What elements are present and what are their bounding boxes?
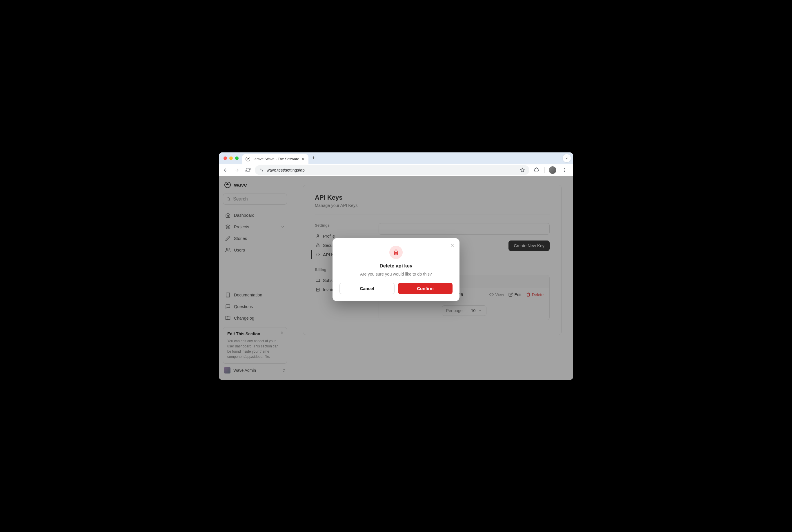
svg-point-3: [262, 170, 263, 171]
confirm-modal: Delete api key Are you sure you would li…: [332, 238, 460, 301]
forward-button[interactable]: [233, 166, 241, 174]
svg-point-5: [564, 168, 565, 169]
back-button[interactable]: [222, 166, 230, 174]
tab-title: Laravel Wave - The Software: [253, 157, 299, 161]
tab-search-button[interactable]: [563, 154, 571, 162]
svg-point-7: [564, 171, 565, 172]
cancel-button[interactable]: Cancel: [339, 283, 394, 294]
modal-close-button[interactable]: [449, 243, 455, 248]
star-icon[interactable]: [520, 168, 525, 172]
window-controls: [221, 156, 242, 160]
close-window-icon[interactable]: [223, 156, 227, 160]
browser-menu-icon[interactable]: [560, 166, 569, 174]
extensions-icon[interactable]: [532, 166, 540, 174]
svg-point-2: [261, 169, 261, 170]
svg-point-6: [564, 170, 565, 170]
url-text: wave.test/settings/api: [267, 168, 517, 172]
profile-avatar[interactable]: [549, 166, 556, 174]
confirm-button[interactable]: Confirm: [398, 283, 453, 294]
new-tab-button[interactable]: +: [309, 155, 318, 161]
svg-marker-4: [520, 168, 524, 172]
modal-body: Are you sure you would like to do this?: [339, 272, 453, 277]
site-settings-icon[interactable]: [259, 168, 264, 172]
browser-window: Ψ Laravel Wave - The Software ✕ + wave.t…: [219, 152, 573, 380]
maximize-window-icon[interactable]: [235, 156, 239, 160]
modal-title: Delete api key: [339, 263, 453, 269]
modal-icon: [389, 246, 403, 259]
browser-tab[interactable]: Ψ Laravel Wave - The Software ✕: [242, 154, 309, 164]
modal-overlay[interactable]: Delete api key Are you sure you would li…: [219, 176, 573, 380]
trash-icon: [393, 249, 399, 255]
reload-button[interactable]: [244, 166, 252, 174]
browser-toolbar: wave.test/settings/api: [219, 164, 573, 176]
minimize-window-icon[interactable]: [229, 156, 233, 160]
url-bar[interactable]: wave.test/settings/api: [255, 165, 529, 175]
close-icon: [449, 243, 455, 248]
browser-tabbar: Ψ Laravel Wave - The Software ✕ +: [219, 152, 573, 164]
favicon-icon: Ψ: [245, 157, 250, 162]
close-tab-icon[interactable]: ✕: [301, 157, 305, 162]
